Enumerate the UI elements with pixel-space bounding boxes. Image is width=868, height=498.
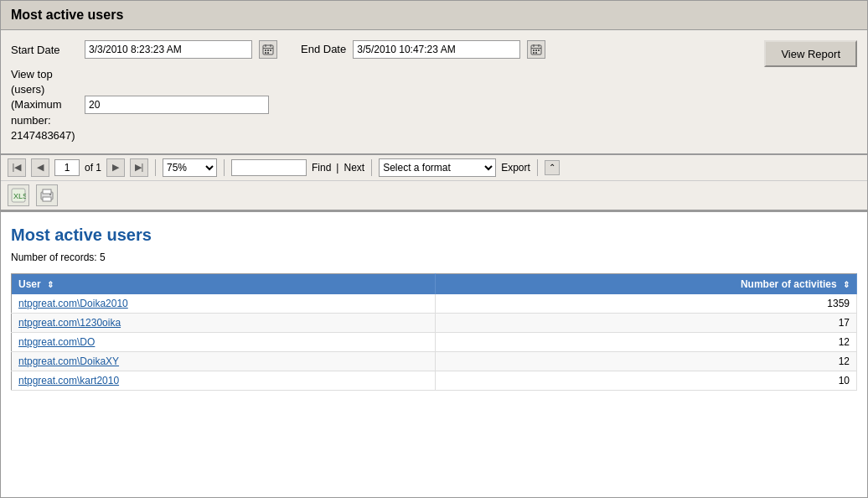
view-report-button[interactable]: View Report <box>764 40 857 67</box>
activities-header-label: Number of activities <box>741 278 837 290</box>
user-cell: ntpgreat.com\Doika2010 <box>12 294 436 314</box>
user-link[interactable]: ntpgreat.com\Doika2010 <box>18 298 128 309</box>
end-date-calendar-btn[interactable] <box>527 40 545 59</box>
svg-rect-14 <box>535 49 537 51</box>
toolbar-divider-1 <box>155 159 156 176</box>
start-date-label: Start Date <box>11 44 78 56</box>
start-date-input[interactable] <box>85 40 252 59</box>
page-header: Most active users <box>1 1 867 30</box>
toolbar-divider-3 <box>371 159 372 176</box>
user-link[interactable]: ntpgreat.com\1230oika <box>18 317 121 329</box>
report-toolbar: |◀ ◀ of 1 ▶ ▶| 75% 25% 50% 100% 150% 200… <box>1 155 867 181</box>
excel-export-button[interactable]: XLS <box>8 184 29 206</box>
find-pipe: | <box>336 162 338 174</box>
filter-left: Start Date End <box>11 40 747 143</box>
user-cell: ntpgreat.com\1230oika <box>12 313 436 332</box>
view-top-row: View top (users) (Maximum number: 214748… <box>11 67 747 143</box>
calendar-icon-2 <box>530 44 542 55</box>
format-select[interactable]: Select a format CSV Excel PDF Word <box>379 158 496 177</box>
find-next-button[interactable]: Next <box>344 162 364 174</box>
svg-rect-21 <box>43 189 51 194</box>
find-label: Find <box>312 162 331 174</box>
activities-cell: 12 <box>435 351 856 371</box>
view-top-input[interactable] <box>85 96 269 114</box>
user-link[interactable]: ntpgreat.com\kart2010 <box>18 375 119 386</box>
collapse-toolbar-button[interactable]: ⌃ <box>545 160 560 175</box>
table-row: ntpgreat.com\DO12 <box>12 332 857 351</box>
svg-text:XLS: XLS <box>13 192 26 200</box>
activities-cell: 17 <box>435 313 856 332</box>
end-date-input[interactable] <box>353 40 520 59</box>
end-date-group: End Date <box>301 40 545 59</box>
icon-toolbar: XLS <box>1 181 867 211</box>
next-page-button[interactable]: ▶ <box>106 158 125 177</box>
toolbar-divider-4 <box>537 159 538 176</box>
view-top-label: View top (users) (Maximum number: 214748… <box>11 67 78 143</box>
record-count: Number of records: 5 <box>11 252 857 263</box>
table-row: ntpgreat.com\kart201010 <box>12 371 857 390</box>
table-row: ntpgreat.com\1230oika17 <box>12 313 857 332</box>
user-column-header[interactable]: User ⇕ <box>12 273 436 294</box>
user-cell: ntpgreat.com\DoikaXY <box>12 351 436 371</box>
table-row: ntpgreat.com\DoikaXY12 <box>12 351 857 371</box>
end-date-label: End Date <box>301 43 346 57</box>
main-container: Most active users Start Date <box>0 0 868 498</box>
svg-rect-15 <box>538 49 540 51</box>
svg-rect-22 <box>43 197 51 201</box>
svg-rect-6 <box>270 49 271 51</box>
page-title: Most active users <box>11 8 857 23</box>
start-date-calendar-btn[interactable] <box>259 40 277 59</box>
first-page-button[interactable]: |◀ <box>8 158 26 177</box>
table-row: ntpgreat.com\Doika20101359 <box>12 294 857 314</box>
user-cell: ntpgreat.com\kart2010 <box>12 371 436 390</box>
date-row: Start Date End <box>11 40 747 59</box>
user-link[interactable]: ntpgreat.com\DoikaXY <box>18 355 119 367</box>
svg-rect-23 <box>49 194 51 195</box>
svg-rect-7 <box>265 52 266 54</box>
user-header-label: User <box>18 278 41 290</box>
activities-cell: 10 <box>435 371 856 390</box>
report-content: Most active users Number of records: 5 U… <box>1 212 867 404</box>
prev-page-button[interactable]: ◀ <box>31 158 49 177</box>
filter-area: Start Date End <box>1 30 867 155</box>
svg-rect-5 <box>267 49 269 51</box>
svg-rect-17 <box>535 52 537 54</box>
user-sort-icon: ⇕ <box>47 280 54 289</box>
find-input[interactable] <box>231 159 307 176</box>
last-page-button[interactable]: ▶| <box>130 158 148 177</box>
toolbar-divider-2 <box>224 159 225 176</box>
svg-rect-4 <box>265 49 266 51</box>
export-button[interactable]: Export <box>501 162 530 174</box>
table-body: ntpgreat.com\Doika20101359ntpgreat.com\1… <box>12 294 857 391</box>
print-button[interactable] <box>36 184 58 206</box>
page-number-input[interactable] <box>54 159 80 176</box>
print-icon <box>39 188 54 203</box>
svg-rect-13 <box>533 49 535 51</box>
user-link[interactable]: ntpgreat.com\DO <box>18 336 95 348</box>
excel-icon: XLS <box>11 188 26 203</box>
activities-cell: 12 <box>435 332 856 351</box>
activities-table: User ⇕ Number of activities ⇕ ntpgreat.c… <box>11 273 857 391</box>
filter-right: View Report <box>764 40 857 67</box>
activities-sort-icon: ⇕ <box>843 280 850 289</box>
svg-rect-8 <box>267 52 269 54</box>
page-of-text: of 1 <box>85 162 101 174</box>
zoom-select[interactable]: 75% 25% 50% 100% 150% 200% <box>163 158 217 177</box>
user-cell: ntpgreat.com\DO <box>12 332 436 351</box>
calendar-icon <box>262 44 274 55</box>
svg-rect-16 <box>533 52 535 54</box>
activities-column-header[interactable]: Number of activities ⇕ <box>435 273 856 294</box>
activities-cell: 1359 <box>435 294 856 314</box>
table-header-row: User ⇕ Number of activities ⇕ <box>12 273 857 294</box>
report-title: Most active users <box>11 226 857 245</box>
